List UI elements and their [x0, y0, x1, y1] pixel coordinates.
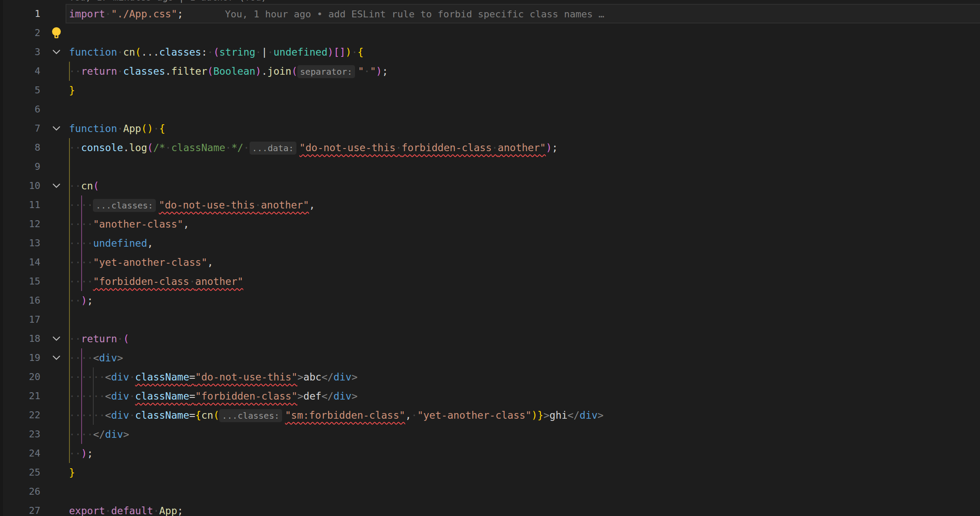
code-line[interactable]: 20······<div·className="do-not-use-this"…	[0, 367, 980, 387]
line-number[interactable]: 7	[0, 119, 40, 138]
line-number[interactable]: 4	[0, 62, 40, 81]
code-token: ····	[69, 199, 93, 211]
line-number[interactable]: 15	[0, 272, 40, 291]
code-text: ····"yet-another-class",	[69, 253, 213, 272]
code-line[interactable]: 7function·App()·{	[0, 119, 980, 138]
line-number[interactable]: 20	[0, 367, 40, 387]
code-token: another"	[498, 142, 546, 153]
code-line[interactable]: 2	[0, 23, 980, 43]
line-number[interactable]: 9	[0, 157, 40, 176]
line-number[interactable]: 24	[0, 444, 40, 463]
line-number[interactable]: 25	[0, 463, 40, 482]
code-line[interactable]: 14····"yet-another-class",	[0, 253, 980, 272]
code-token: log	[129, 142, 148, 153]
code-token: "another-class"	[93, 218, 183, 230]
line-number[interactable]: 8	[0, 138, 40, 157]
code-line[interactable]: 9	[0, 157, 980, 176]
line-number[interactable]: 3	[0, 43, 40, 62]
line-number[interactable]: 14	[0, 253, 40, 272]
code-token: ghi	[549, 410, 568, 421]
quick-fix-lightbulb-icon[interactable]	[51, 26, 62, 40]
line-number[interactable]: 17	[0, 310, 40, 329]
code-token: ··	[69, 295, 81, 306]
code-line[interactable]: 21······<div·className="forbidden-class"…	[0, 387, 980, 406]
code-token: ·	[153, 123, 159, 134]
fold-chevron-icon[interactable]	[51, 123, 62, 134]
code-token: ······	[69, 371, 105, 383]
code-token: ·	[411, 410, 418, 421]
line-number[interactable]: 26	[0, 482, 40, 501]
code-text: function·cn(...classes:·(string·|·undefi…	[69, 43, 364, 62]
code-text: }	[69, 463, 75, 482]
code-line[interactable]: 23····</div>	[0, 425, 980, 444]
code-line[interactable]: 10··cn(	[0, 176, 980, 195]
line-number[interactable]: 13	[0, 234, 40, 253]
code-line[interactable]: 24··);	[0, 444, 980, 463]
code-token: .	[261, 66, 267, 77]
code-line[interactable]: 8··console.log(/*·className·*/·...data:"…	[0, 138, 980, 157]
code-token: ·	[165, 142, 171, 153]
code-line[interactable]: 27export·default·App;	[0, 501, 980, 516]
code-token: .	[123, 142, 129, 153]
glyph-margin-fold[interactable]	[45, 119, 68, 138]
code-line[interactable]: 5}	[0, 81, 980, 100]
line-number[interactable]: 12	[0, 215, 40, 234]
code-line[interactable]: 11····...classes:"do-not-use-this·anothe…	[0, 195, 980, 215]
glyph-margin-fold[interactable]	[45, 43, 68, 62]
code-line[interactable]: 17	[0, 310, 980, 329]
code-token: >	[352, 390, 358, 402]
code-line[interactable]: 15····"forbidden-class·another"	[0, 272, 980, 291]
line-number[interactable]: 16	[0, 291, 40, 310]
fold-chevron-icon[interactable]	[51, 46, 62, 58]
code-token: )[]	[328, 46, 346, 58]
code-token: (	[213, 46, 219, 58]
error-squiggle: "forbidden-class·another"	[93, 276, 243, 287]
code-line[interactable]: 16··);	[0, 291, 980, 310]
inline-blame: You, 1 hour ago • add ESLint rule to for…	[183, 9, 604, 20]
line-number[interactable]: 18	[0, 329, 40, 348]
line-number[interactable]: 22	[0, 406, 40, 425]
glyph-margin-fold[interactable]	[45, 348, 68, 367]
code-token: className	[135, 371, 189, 383]
fold-chevron-icon[interactable]	[51, 352, 62, 364]
code-token: div	[111, 371, 129, 383]
code-token: =	[189, 390, 195, 402]
code-token: "./App.css"	[111, 8, 177, 20]
glyph-margin-fold[interactable]	[45, 329, 68, 348]
code-line[interactable]: 22······<div·className={cn(...classes:"s…	[0, 406, 980, 425]
code-line[interactable]: 12····"another-class",	[0, 215, 980, 234]
line-number[interactable]: 23	[0, 425, 40, 444]
code-line[interactable]: 4··return·classes.filter(Boolean).join(s…	[0, 62, 980, 81]
line-number[interactable]: 2	[0, 23, 40, 43]
code-token: )	[376, 66, 382, 77]
code-line[interactable]: 13····undefined,	[0, 234, 980, 253]
code-line[interactable]: 26	[0, 482, 980, 501]
line-number[interactable]: 10	[0, 176, 40, 195]
code-line[interactable]: 25}	[0, 463, 980, 482]
line-number[interactable]: 1	[0, 4, 40, 23]
code-line[interactable]: 6	[0, 100, 980, 119]
line-number[interactable]: 27	[0, 501, 40, 516]
code-editor[interactable]: You, 17 minutes ago | 1 author (You) 1im…	[0, 0, 980, 516]
code-line[interactable]: 3function·cn(...classes:·(string·|·undef…	[0, 43, 980, 62]
fold-chevron-icon[interactable]	[51, 333, 62, 344]
fold-chevron-icon[interactable]	[51, 180, 62, 192]
code-line[interactable]: 1import·"./App.css";You, 1 hour ago • ad…	[0, 4, 980, 23]
code-token: )	[81, 448, 87, 459]
inlay-hint: ...classes:	[219, 409, 282, 422]
code-token: ;	[177, 505, 183, 516]
code-token: div	[333, 390, 352, 402]
code-token: ;	[87, 448, 93, 459]
line-number[interactable]: 21	[0, 387, 40, 406]
code-line[interactable]: 18··return·(	[0, 329, 980, 348]
code-token: ;	[177, 8, 183, 20]
line-number[interactable]: 19	[0, 348, 40, 367]
line-number[interactable]: 6	[0, 100, 40, 119]
code-line[interactable]: 19····<div>	[0, 348, 980, 367]
glyph-margin-lightbulb[interactable]	[45, 23, 68, 43]
line-number[interactable]: 5	[0, 81, 40, 100]
code-token: |	[261, 46, 267, 58]
code-token: (	[123, 333, 129, 344]
glyph-margin-fold[interactable]	[45, 176, 68, 195]
line-number[interactable]: 11	[0, 195, 40, 215]
